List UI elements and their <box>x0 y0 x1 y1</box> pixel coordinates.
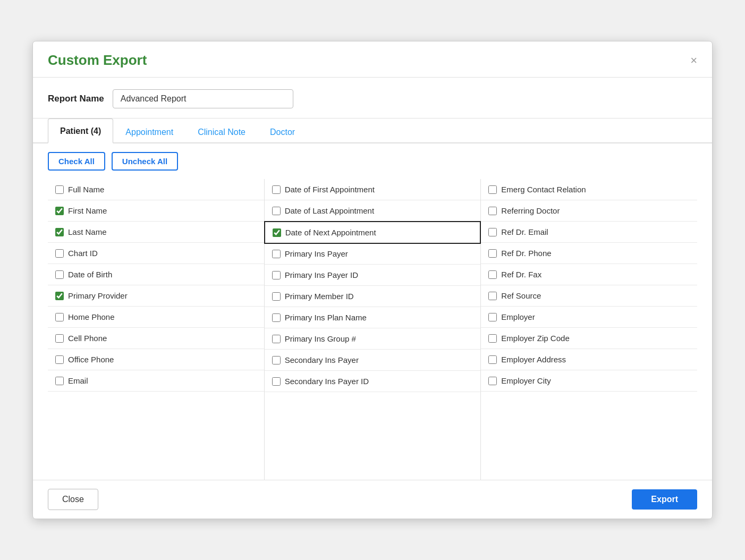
list-item: Employer City <box>481 370 697 392</box>
list-item: Ref Dr. Fax <box>481 264 697 285</box>
check-all-button[interactable]: Check All <box>48 152 105 171</box>
item-label: Date of Birth <box>68 270 112 279</box>
column-1: Full NameFirst NameLast NameChart IDDate… <box>48 179 265 480</box>
checkbox-6[interactable] <box>55 313 64 321</box>
item-label: Email <box>68 376 88 385</box>
list-item: Primary Ins Plan Name <box>265 307 481 328</box>
list-item: Secondary Ins Payer <box>265 350 481 371</box>
item-label: Ref Dr. Fax <box>501 270 541 279</box>
item-label: Date of Next Appointment <box>285 228 376 237</box>
list-item: Employer Zip Code <box>481 328 697 349</box>
list-item: Date of First Appointment <box>265 179 481 200</box>
list-item: First Name <box>48 200 264 222</box>
checkbox-5[interactable] <box>488 292 497 300</box>
list-item: Ref Dr. Email <box>481 222 697 243</box>
list-item: Ref Source <box>481 285 697 307</box>
tab-clinical-note[interactable]: Clinical Note <box>185 120 258 143</box>
checkbox-6[interactable] <box>488 313 497 321</box>
checkbox-8[interactable] <box>55 355 64 364</box>
item-label: Chart ID <box>68 249 98 258</box>
item-label: Ref Dr. Phone <box>501 249 551 258</box>
item-label: First Name <box>68 206 107 215</box>
list-item: Office Phone <box>48 349 264 370</box>
checkbox-9[interactable] <box>488 377 497 385</box>
export-button[interactable]: Export <box>632 489 697 510</box>
item-label: Emerg Contact Relation <box>501 185 586 194</box>
list-item: Last Name <box>48 222 264 243</box>
list-item: Chart ID <box>48 243 264 264</box>
item-label: Primary Ins Payer <box>285 249 348 258</box>
custom-export-modal: Custom Export × Report Name Patient (4) … <box>32 41 713 519</box>
list-item: Email <box>48 370 264 392</box>
list-item: Home Phone <box>48 307 264 328</box>
checkbox-0[interactable] <box>55 185 64 194</box>
item-label: Primary Ins Plan Name <box>285 313 367 322</box>
checkbox-8[interactable] <box>272 356 281 364</box>
checkbox-0[interactable] <box>272 185 281 194</box>
checkbox-7[interactable] <box>488 334 497 343</box>
checkbox-9[interactable] <box>55 377 64 385</box>
item-label: Employer <box>501 312 535 321</box>
report-name-row: Report Name <box>33 78 712 118</box>
list-item: Referring Doctor <box>481 200 697 222</box>
tab-patient[interactable]: Patient (4) <box>48 118 113 143</box>
checkbox-4[interactable] <box>55 270 64 279</box>
list-item: Date of Last Appointment <box>265 200 481 222</box>
list-item: Date of Next Appointment <box>264 221 481 244</box>
tab-doctor[interactable]: Doctor <box>258 120 307 143</box>
item-label: Full Name <box>68 185 104 194</box>
checkbox-2[interactable] <box>55 228 64 236</box>
item-label: Ref Source <box>501 291 541 300</box>
item-label: Cell Phone <box>68 334 107 343</box>
modal-header: Custom Export × <box>33 41 712 78</box>
checkbox-8[interactable] <box>488 355 497 364</box>
modal-footer: Close Export <box>33 480 712 519</box>
list-item: Emerg Contact Relation <box>481 179 697 200</box>
checkbox-4[interactable] <box>272 271 281 279</box>
item-label: Primary Ins Payer ID <box>285 270 358 279</box>
item-label: Secondary Ins Payer ID <box>285 377 369 386</box>
checkbox-3[interactable] <box>272 250 281 258</box>
tabs-row: Patient (4) Appointment Clinical Note Do… <box>33 118 712 143</box>
checkbox-2[interactable] <box>488 228 497 236</box>
column-3: Emerg Contact RelationReferring DoctorRe… <box>481 179 697 480</box>
checkbox-7[interactable] <box>272 335 281 343</box>
list-item: Ref Dr. Phone <box>481 243 697 264</box>
list-item: Employer Address <box>481 349 697 370</box>
item-label: Home Phone <box>68 312 115 321</box>
item-label: Employer Zip Code <box>501 334 569 343</box>
checkbox-9[interactable] <box>272 377 281 386</box>
checkbox-0[interactable] <box>488 185 497 194</box>
checkbox-1[interactable] <box>488 207 497 215</box>
checkbox-5[interactable] <box>272 292 281 301</box>
checkbox-5[interactable] <box>55 292 64 300</box>
list-item: Primary Member ID <box>265 286 481 307</box>
columns-area: Full NameFirst NameLast NameChart IDDate… <box>33 179 712 480</box>
tab-appointment[interactable]: Appointment <box>113 120 185 143</box>
column-2: Date of First AppointmentDate of Last Ap… <box>265 179 481 480</box>
uncheck-all-button[interactable]: Uncheck All <box>112 152 178 171</box>
checkbox-2[interactable] <box>273 228 281 237</box>
list-item: Full Name <box>48 179 264 200</box>
report-name-input[interactable] <box>113 89 293 108</box>
item-label: Primary Provider <box>68 291 128 300</box>
checkbox-3[interactable] <box>55 249 64 258</box>
close-button[interactable]: Close <box>48 489 98 510</box>
checkbox-7[interactable] <box>55 334 64 343</box>
checkbox-1[interactable] <box>55 207 64 215</box>
checkbox-4[interactable] <box>488 270 497 279</box>
item-label: Employer City <box>501 376 551 385</box>
list-item: Secondary Ins Payer ID <box>265 371 481 392</box>
checkbox-6[interactable] <box>272 313 281 322</box>
list-item: Employer <box>481 307 697 328</box>
close-icon[interactable]: × <box>690 55 697 66</box>
checkbox-3[interactable] <box>488 249 497 258</box>
list-item: Cell Phone <box>48 328 264 349</box>
list-item: Primary Provider <box>48 285 264 307</box>
item-label: Office Phone <box>68 355 114 364</box>
item-label: Date of First Appointment <box>285 185 375 194</box>
checkbox-1[interactable] <box>272 207 281 215</box>
list-item: Primary Ins Group # <box>265 328 481 350</box>
item-label: Primary Ins Group # <box>285 334 356 343</box>
report-name-label: Report Name <box>48 94 104 104</box>
